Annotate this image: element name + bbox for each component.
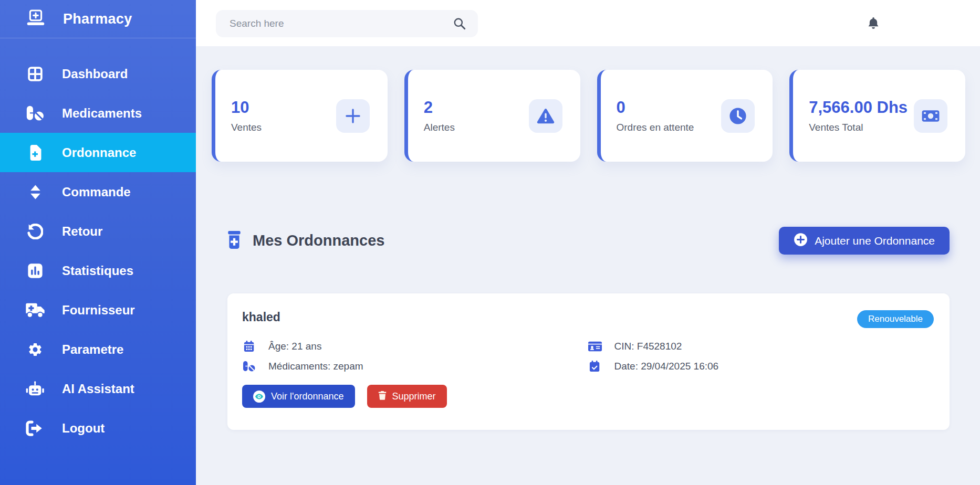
age-text: Âge: 21 ans xyxy=(268,341,321,352)
trash-icon xyxy=(378,391,387,403)
warning-triangle-icon xyxy=(529,99,562,133)
pills-icon xyxy=(25,106,45,121)
sort-arrows-icon xyxy=(25,184,45,200)
calendar-check-icon xyxy=(588,361,602,372)
sidebar-item-label: Commande xyxy=(62,185,131,199)
content: 10 Ventes 2 Alertes 0 Ordres en attente xyxy=(196,46,980,485)
gear-icon xyxy=(25,342,45,357)
medicaments-field: Médicaments: zepam xyxy=(242,361,588,372)
stat-value: 2 xyxy=(424,98,537,117)
cin-field: CIN: F4528102 xyxy=(588,341,934,352)
prescription-details: Âge: 21 ans CIN: F4528102 xyxy=(242,341,934,372)
stat-card-ventes: 10 Ventes xyxy=(212,70,388,162)
sidebar-item-label: Statistiques xyxy=(62,263,133,278)
sign-out-icon xyxy=(25,420,45,436)
stats-row: 10 Ventes 2 Alertes 0 Ordres en attente xyxy=(212,70,965,162)
prescription-card: khaled Renouvelable Âge: 21 ans xyxy=(227,293,950,430)
stat-card-ordres: 0 Ordres en attente xyxy=(597,70,773,162)
main-area: 10 Ventes 2 Alertes 0 Ordres en attente xyxy=(196,0,980,485)
bell-icon[interactable] xyxy=(867,16,880,30)
prescription-card-header: khaled Renouvelable xyxy=(242,310,934,328)
ordonnances-section: Mes Ordonnances Ajouter une Ordonnance k… xyxy=(227,227,950,430)
prescription-bottle-icon xyxy=(227,231,241,251)
sidebar-item-commande[interactable]: Commande xyxy=(0,172,196,212)
delete-ordonnance-label: Supprimer xyxy=(392,391,436,402)
section-title: Mes Ordonnances xyxy=(253,232,384,249)
sidebar-item-fournisseur[interactable]: Fournisseur xyxy=(0,290,196,330)
clock-icon xyxy=(721,99,755,133)
medicaments-text: Médicaments: zepam xyxy=(268,361,363,372)
sidebar-item-dashboard[interactable]: Dashboard xyxy=(0,54,196,93)
sidebar-item-parametre[interactable]: Parametre xyxy=(0,330,196,369)
cin-text: CIN: F4528102 xyxy=(614,341,682,352)
brand: Pharmacy xyxy=(0,0,196,38)
add-ordonnance-label: Ajouter une Ordonnance xyxy=(815,235,935,247)
sidebar-nav: Dashboard Medicaments Ordonnance Command… xyxy=(0,54,196,448)
date-text: Date: 29/04/2025 16:06 xyxy=(614,361,719,372)
section-header: Mes Ordonnances Ajouter une Ordonnance xyxy=(227,227,950,255)
sidebar-item-label: Retour xyxy=(62,224,102,239)
truck-medical-icon xyxy=(25,302,45,318)
date-field: Date: 29/04/2025 16:06 xyxy=(588,361,934,372)
age-field: Âge: 21 ans xyxy=(242,341,588,352)
add-ordonnance-button[interactable]: Ajouter une Ordonnance xyxy=(779,227,950,255)
sidebar-item-label: AI Assistant xyxy=(62,382,134,396)
grid-cells-icon xyxy=(25,66,45,82)
delete-ordonnance-button[interactable]: Supprimer xyxy=(367,385,447,408)
eye-icon xyxy=(253,391,265,403)
view-ordonnance-label: Voir l'ordonnance xyxy=(271,391,344,402)
sidebar-item-ordonnance[interactable]: Ordonnance xyxy=(0,133,196,172)
plus-icon[interactable] xyxy=(336,99,370,133)
sidebar-item-label: Dashboard xyxy=(62,67,128,81)
prescription-actions: Voir l'ordonnance Supprimer xyxy=(242,385,934,408)
file-medical-icon xyxy=(25,145,45,161)
sidebar-item-label: Logout xyxy=(62,421,105,436)
pharmacy-app: Pharmacy Dashboard Medicaments Ordonnanc xyxy=(0,0,980,485)
circle-plus-icon xyxy=(794,233,808,249)
stat-card-alertes: 2 Alertes xyxy=(404,70,580,162)
pills-icon xyxy=(242,361,256,372)
stat-value: 0 xyxy=(617,98,729,117)
topbar xyxy=(196,0,980,46)
search-bar xyxy=(216,10,478,37)
sidebar-item-retour[interactable]: Retour xyxy=(0,212,196,251)
stat-value: 10 xyxy=(231,98,344,117)
sidebar-item-medicaments[interactable]: Medicaments xyxy=(0,93,196,133)
bar-chart-icon xyxy=(25,263,45,279)
robot-icon xyxy=(25,381,45,397)
sidebar-item-statistiques[interactable]: Statistiques xyxy=(0,251,196,290)
stat-value: 7,566.00 Dhs xyxy=(809,98,922,117)
stat-card-ventes-total: 7,566.00 Dhs Ventes Total xyxy=(789,70,965,162)
view-ordonnance-button[interactable]: Voir l'ordonnance xyxy=(242,385,355,408)
calendar-days-icon xyxy=(242,341,256,352)
section-title-wrap: Mes Ordonnances xyxy=(227,231,384,251)
patient-name: khaled xyxy=(242,310,280,324)
sidebar-item-label: Ordonnance xyxy=(62,145,136,160)
sidebar-item-label: Medicaments xyxy=(62,106,142,121)
sidebar-item-label: Parametre xyxy=(62,342,123,357)
sidebar: Pharmacy Dashboard Medicaments Ordonnanc xyxy=(0,0,196,485)
sidebar-item-logout[interactable]: Logout xyxy=(0,408,196,448)
rotate-left-icon xyxy=(25,224,45,239)
laptop-medical-icon xyxy=(25,9,46,29)
sidebar-item-label: Fournisseur xyxy=(62,303,135,318)
money-bill-icon xyxy=(914,99,947,133)
renewable-badge: Renouvelable xyxy=(857,310,934,328)
brand-label: Pharmacy xyxy=(63,11,132,27)
search-icon[interactable] xyxy=(453,17,466,30)
sidebar-item-ai-assistant[interactable]: AI Assistant xyxy=(0,369,196,408)
search-input[interactable] xyxy=(216,18,453,29)
id-card-icon xyxy=(588,341,602,352)
